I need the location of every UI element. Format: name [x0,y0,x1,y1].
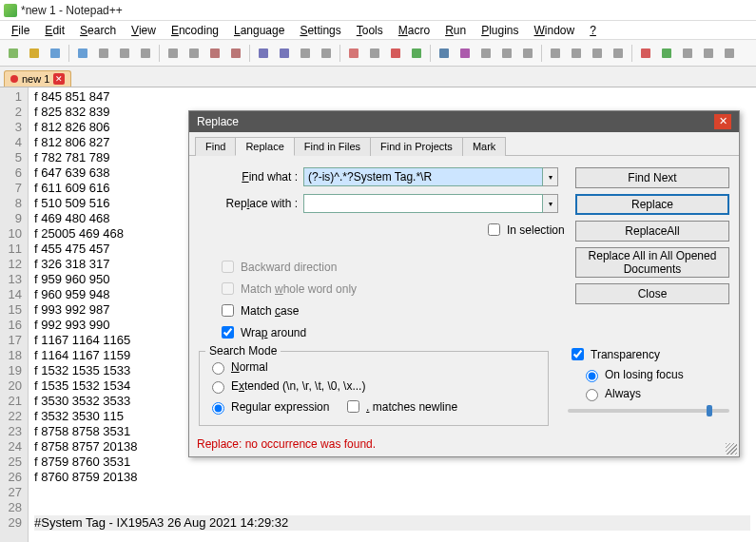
replace-with-input[interactable] [303,194,543,213]
replace-button[interactable]: Replace [575,194,729,215]
toolbar-button-21[interactable] [476,44,495,63]
tab-new-1[interactable]: new 1 ✕ [4,70,71,87]
dialog-close-icon[interactable]: ✕ [714,114,731,129]
svg-rect-20 [460,48,470,58]
toolbar-button-3[interactable] [73,44,92,63]
replace-dialog: Replace ✕ FindReplaceFind in FilesFind i… [188,110,740,457]
resize-grip-icon[interactable] [726,443,737,455]
toolbar-button-24[interactable] [546,44,565,63]
dlg-tab-mark[interactable]: Mark [462,137,506,156]
toolbar-button-1[interactable] [25,44,44,63]
toolbar-button-4[interactable] [94,44,113,63]
menu-[interactable]: ? [582,22,604,39]
match-case-checkbox[interactable] [222,304,234,317]
toolbar-button-13[interactable] [296,44,315,63]
toolbar-button-9[interactable] [205,44,224,63]
toolbar-button-23[interactable] [518,44,537,63]
replace-all-button[interactable]: Replace All [575,221,729,242]
toolbar-button-6[interactable] [136,44,155,63]
find-next-button[interactable]: Find Next [575,167,729,188]
toolbar-button-19[interactable] [435,44,454,63]
menu-edit[interactable]: Edit [37,22,72,39]
toolbar-button-11[interactable] [254,44,273,63]
toolbar-button-26[interactable] [588,44,607,63]
menu-tools[interactable]: Tools [349,22,391,39]
toolbar-button-12[interactable] [275,44,294,63]
toolbar-button-27[interactable] [609,44,628,63]
toolbar-button-8[interactable] [184,44,204,63]
wrap-checkbox[interactable] [222,326,234,339]
wrap-check[interactable]: Wrap around [218,323,729,341]
toolbar-button-31[interactable] [699,44,718,63]
trans-always[interactable]: Always [581,386,729,401]
replace-all-opened-button[interactable]: Replace All in All Opened Documents [575,247,729,278]
toolbar-button-20[interactable] [456,44,475,63]
menu-file[interactable]: File [4,22,37,39]
transparency-slider[interactable] [568,409,729,413]
trans-on-losing-focus[interactable]: On losing focus [581,367,729,382]
svg-rect-7 [168,48,178,58]
find-dropdown-icon[interactable]: ▾ [543,167,558,186]
svg-rect-32 [725,48,734,58]
mode-extended[interactable]: Extended (\n, \r, \t, \0, \x...) [207,378,540,394]
tab-label: new 1 [22,73,49,85]
svg-rect-18 [412,48,421,58]
toolbar-button-17[interactable] [386,44,405,63]
toolbar-button-25[interactable] [567,44,586,63]
svg-rect-10 [231,48,241,58]
mode-normal[interactable]: Normal [207,359,540,375]
menu-settings[interactable]: Settings [292,22,348,39]
menu-view[interactable]: View [124,22,164,39]
slider-thumb[interactable] [707,405,712,416]
menu-macro[interactable]: Macro [391,22,437,39]
toolbar-button-28[interactable] [636,44,655,63]
transparency-check[interactable]: Transparency [568,345,729,363]
mode-regex-radio[interactable] [212,402,224,415]
close-button[interactable]: Close [575,283,729,304]
toolbar-button-14[interactable] [317,44,336,63]
trans-always-radio[interactable] [586,389,598,401]
menu-window[interactable]: Window [527,22,583,39]
tab-close-icon[interactable]: ✕ [53,73,65,85]
matches-newline-checkbox[interactable] [347,400,359,413]
dlg-tab-find[interactable]: Find [195,137,236,156]
find-what-combo[interactable]: ▾ [303,167,558,186]
toolbar-button-18[interactable] [407,44,426,63]
menu-language[interactable]: Language [226,22,292,39]
mode-extended-radio[interactable] [212,381,224,394]
find-what-label: Find what : [199,170,303,184]
replace-dropdown-icon[interactable]: ▾ [543,194,558,213]
toolbar-button-5[interactable] [115,44,134,63]
dlg-tab-find-in-files[interactable]: Find in Files [294,137,371,156]
replace-with-combo[interactable]: ▾ [303,194,558,213]
toolbar-button-7[interactable] [164,44,183,63]
menu-bar: FileEditSearchViewEncodingLanguageSettin… [0,21,756,40]
mode-regex[interactable]: Regular expression . matches newline [207,397,540,416]
toolbar-button-10[interactable] [226,44,245,63]
toolbar-button-0[interactable] [4,44,23,63]
menu-search[interactable]: Search [72,22,124,39]
menu-encoding[interactable]: Encoding [164,22,226,39]
svg-rect-24 [551,48,560,58]
menu-run[interactable]: Run [437,22,474,39]
toolbar-button-32[interactable] [720,44,739,63]
find-what-input[interactable] [303,167,543,186]
toolbar-button-15[interactable] [344,44,363,63]
dlg-tab-find-in-projects[interactable]: Find in Projects [370,137,463,156]
dlg-tab-replace[interactable]: Replace [235,137,294,156]
toolbar-button-16[interactable] [365,44,384,63]
svg-rect-2 [50,48,60,58]
menu-plugins[interactable]: Plugins [474,22,526,39]
toolbar-button-29[interactable] [657,44,676,63]
svg-rect-21 [481,48,491,58]
transparency-checkbox[interactable] [572,348,584,360]
mode-normal-radio[interactable] [212,362,224,375]
toolbar-button-30[interactable] [678,44,697,63]
in-selection-checkbox[interactable] [488,223,500,236]
svg-rect-3 [78,48,87,58]
dialog-title-bar[interactable]: Replace ✕ [189,111,739,132]
replace-with-label: Replace with : [199,197,303,210]
toolbar-button-22[interactable] [497,44,516,63]
toolbar-button-2[interactable] [46,44,65,63]
trans-focus-radio[interactable] [586,370,598,382]
